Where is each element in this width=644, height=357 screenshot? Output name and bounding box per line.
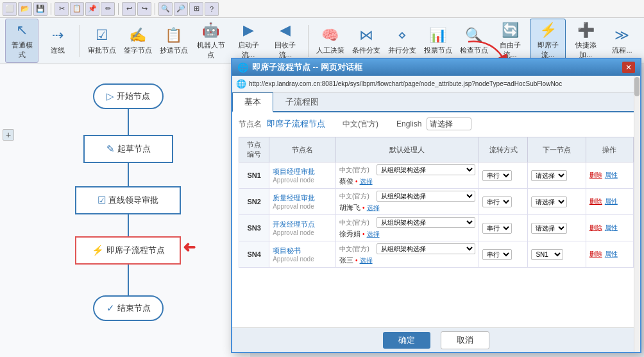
node-end[interactable]: ✓ 结束节点 bbox=[93, 295, 164, 321]
next-node-select-1[interactable]: 请选择 bbox=[531, 170, 567, 181]
flow-cell-2: 串行 bbox=[479, 189, 528, 215]
handler-select-1[interactable]: 从组织架构选择 bbox=[377, 164, 475, 175]
lang-select[interactable]: 请选择 bbox=[427, 118, 471, 130]
lang-lbl-1: 中文(官方) bbox=[339, 166, 375, 175]
del-link-1[interactable]: 删除 bbox=[589, 171, 602, 180]
sep2 bbox=[118, 3, 119, 15]
sn-cell-3: SN3 bbox=[239, 215, 269, 241]
del-link-2[interactable]: 删除 bbox=[589, 197, 602, 206]
tb-redo[interactable]: ↪ bbox=[137, 2, 151, 16]
tool-quick-add[interactable]: ➕ 快捷添加... bbox=[568, 19, 603, 62]
tool-free-flow[interactable]: 🔄 自由子流... bbox=[493, 19, 528, 62]
node-name-value: 即席子流程节点 bbox=[267, 118, 331, 130]
handler-select-link-3[interactable]: 选择 bbox=[367, 230, 380, 239]
tool-condition[interactable]: ⋈ 条件分支 bbox=[350, 24, 383, 58]
handler-select-3[interactable]: 从组织架构选择 bbox=[377, 217, 475, 228]
dialog-addr-icon: 🌐 bbox=[236, 79, 246, 89]
tb-cut[interactable]: ✂ bbox=[55, 2, 69, 16]
tb-fit[interactable]: ⊞ bbox=[189, 2, 203, 16]
tool-sign-label: 签字节点 bbox=[124, 46, 152, 55]
scrollbar-thumb bbox=[634, 77, 640, 96]
tb-copy[interactable]: 📋 bbox=[70, 2, 84, 16]
tab-basic[interactable]: 基本 bbox=[232, 92, 273, 112]
tool-ai[interactable]: 🧠 人工决策 bbox=[314, 24, 347, 58]
tb-paste[interactable]: 📌 bbox=[85, 2, 99, 16]
tb-new[interactable]: ⬜ bbox=[3, 2, 17, 16]
confirm-btn[interactable]: 确定 bbox=[383, 332, 430, 349]
tool-robot[interactable]: 🤖 机器人节点 bbox=[193, 19, 228, 62]
tool-sign[interactable]: ✍ 签字节点 bbox=[121, 24, 155, 58]
tool-flow-more[interactable]: ≫ 流程... bbox=[606, 24, 639, 58]
en-name-2: Approval node bbox=[273, 203, 332, 210]
tb-undo[interactable]: ↩ bbox=[122, 2, 136, 16]
th-next: 下一节点 bbox=[528, 137, 586, 162]
tb-zoom-in[interactable]: 🔎 bbox=[174, 2, 188, 16]
dialog-addressbar: 🌐 http://exp.landray.com.cn:8081/ekp/sys… bbox=[232, 76, 640, 92]
handler-select-link-2[interactable]: 选择 bbox=[367, 204, 380, 213]
tool-parallel[interactable]: ⋄ 并行分支 bbox=[386, 24, 419, 58]
node-subprocess[interactable]: ⚡ 即席子流程节点 bbox=[75, 236, 181, 265]
flow-select-2[interactable]: 串行 bbox=[482, 196, 512, 207]
action-cell-4: 删除 属性 bbox=[586, 241, 633, 268]
tb-save[interactable]: 💾 bbox=[33, 2, 47, 16]
sn-cell-2: SN2 bbox=[239, 189, 269, 215]
approve-icon: ☑ bbox=[96, 27, 108, 44]
tool-check[interactable]: 🔍 检查节点 bbox=[457, 24, 491, 58]
cn-name-1: 项目经理审批 bbox=[273, 167, 332, 177]
toolbar-top: ⬜ 📂 💾 ✂ 📋 📌 ✏ ↩ ↪ 🔍 🔎 ⊞ ? bbox=[0, 0, 644, 18]
node-draft[interactable]: ✎ 起草节点 bbox=[83, 135, 173, 163]
dialog-close-btn[interactable]: ✕ bbox=[622, 62, 635, 73]
next-node-select-3[interactable]: 请选择 bbox=[531, 223, 567, 234]
next-node-select-4[interactable]: SN1 bbox=[531, 249, 563, 260]
tool-recall-flow[interactable]: ◀ 回收子流... bbox=[268, 19, 303, 62]
table-row: SN4 项目秘书 Approval node 中文(官方) 从组织架构选择 bbox=[239, 241, 634, 268]
prop-link-3[interactable]: 属性 bbox=[605, 223, 618, 232]
quick-add-icon: ➕ bbox=[577, 22, 595, 39]
handler-select-2[interactable]: 从组织架构选择 bbox=[377, 191, 475, 202]
cancel-btn[interactable]: 取消 bbox=[441, 331, 489, 349]
next-node-select-2[interactable]: 请选择 bbox=[531, 196, 567, 207]
tool-start-flow[interactable]: ▶ 启动子流... bbox=[231, 19, 266, 62]
tab-subprocess[interactable]: 子流程图 bbox=[273, 92, 331, 111]
tool-instant-sub[interactable]: ⚡ 即席子流... bbox=[530, 19, 566, 63]
prop-link-4[interactable]: 属性 bbox=[605, 250, 618, 259]
th-name: 节点名 bbox=[269, 137, 336, 162]
vote-icon: 📊 bbox=[429, 27, 446, 44]
red-arrow-annotation: ➜ bbox=[183, 239, 196, 257]
handler-cell-1: 中文(官方) 从组织架构选择 蔡俊 • 选择 bbox=[336, 162, 479, 189]
tool-approve[interactable]: ☑ 审批节点 bbox=[85, 24, 119, 58]
handler-select-link-4[interactable]: 选择 bbox=[360, 256, 373, 265]
tb-help[interactable]: ? bbox=[205, 2, 219, 16]
flow-select-4[interactable]: 串行 bbox=[482, 249, 512, 260]
tool-copy-label: 抄送节点 bbox=[160, 46, 188, 55]
dialog: 🌐 即席子流程节点 -- 网页对话框 ✕ 🌐 http://exp.landra… bbox=[231, 58, 641, 353]
node-approve[interactable]: ☑ 直线领导审批 bbox=[75, 186, 181, 214]
tool-instant-sub-label: 即席子流... bbox=[533, 40, 563, 60]
tool-normal-mode[interactable]: ↖ 普通模式 bbox=[5, 19, 38, 63]
handler-required-3: • bbox=[362, 231, 365, 238]
tool-vote[interactable]: 📊 投票节点 bbox=[421, 24, 455, 58]
start-node-icon: ▷ bbox=[106, 91, 114, 102]
tb-zoom-out[interactable]: 🔍 bbox=[158, 2, 173, 16]
handler-select-link-1[interactable]: 选择 bbox=[360, 177, 373, 186]
prop-link-1[interactable]: 属性 bbox=[605, 171, 618, 180]
handler-cell-3: 中文(官方) 从组织架构选择 徐秀娟 • 选择 bbox=[336, 215, 479, 241]
tool-connect[interactable]: ⇢ 连线 bbox=[41, 24, 74, 58]
tb-open[interactable]: 📂 bbox=[18, 2, 32, 16]
flow-select-3[interactable]: 串行 bbox=[482, 223, 512, 234]
prop-link-2[interactable]: 属性 bbox=[605, 197, 618, 206]
subprocess-node-icon: ⚡ bbox=[92, 245, 104, 256]
node-approve-label: 直线领导审批 bbox=[108, 195, 158, 206]
tb-edit[interactable]: ✏ bbox=[101, 2, 115, 16]
dialog-tabs: 基本 子流程图 bbox=[232, 92, 640, 112]
del-link-3[interactable]: 删除 bbox=[589, 223, 602, 232]
node-start[interactable]: ▷ 开始节点 bbox=[93, 83, 164, 109]
del-link-4[interactable]: 删除 bbox=[589, 250, 602, 259]
handler-cell-4: 中文(官方) 从组织架构选择 张三 • 选择 bbox=[336, 241, 479, 268]
flow-select-1[interactable]: 串行 bbox=[482, 170, 512, 181]
node-end-label: 结束节点 bbox=[117, 302, 151, 314]
tool-copy[interactable]: 📋 抄送节点 bbox=[157, 24, 191, 58]
tool-sep2 bbox=[308, 25, 309, 57]
dialog-scrollbar[interactable] bbox=[634, 76, 640, 352]
handler-select-4[interactable]: 从组织架构选择 bbox=[377, 243, 475, 254]
